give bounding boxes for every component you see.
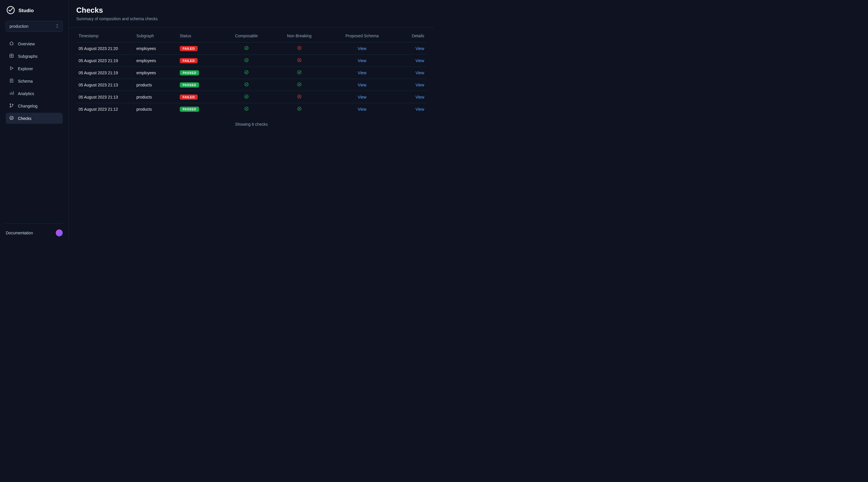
cell-composable xyxy=(221,67,272,79)
col-non-breaking: Non Breaking xyxy=(272,31,327,42)
sidebar-item-label: Explorer xyxy=(18,66,33,71)
check-circle-icon xyxy=(244,58,249,62)
cell-proposed-schema: View xyxy=(327,42,398,55)
selector-chevron-icon xyxy=(56,24,59,29)
details-link[interactable]: View xyxy=(415,70,424,75)
details-link[interactable]: View xyxy=(415,83,424,87)
sidebar-item-overview[interactable]: Overview xyxy=(6,38,63,50)
brand[interactable]: Studio xyxy=(3,5,65,21)
cell-proposed-schema: View xyxy=(327,103,398,115)
svg-point-7 xyxy=(245,46,248,50)
proposed-schema-link[interactable]: View xyxy=(358,107,366,112)
svg-point-18 xyxy=(298,107,301,110)
check-circle-icon xyxy=(297,82,302,87)
status-badge: FAILED xyxy=(180,94,198,100)
page-subtitle: Summary of composition and schema checks xyxy=(76,17,427,21)
cell-details: View xyxy=(398,67,427,79)
document-icon xyxy=(9,78,14,84)
proposed-schema-link[interactable]: View xyxy=(358,83,366,87)
brand-name: Studio xyxy=(19,8,34,13)
main-content: Checks Summary of composition and schema… xyxy=(69,0,434,241)
sidebar-item-analytics[interactable]: Analytics xyxy=(6,88,63,99)
table-row: 05 August 2023 21:19employeesFAILEDViewV… xyxy=(76,55,427,67)
sidebar-item-explorer[interactable]: Explorer xyxy=(6,63,63,74)
table-row: 05 August 2023 21:20employeesFAILEDViewV… xyxy=(76,42,427,55)
col-status: Status xyxy=(178,31,221,42)
page-header: Checks Summary of composition and schema… xyxy=(69,6,434,28)
sidebar: Studio production OverviewSubgraphsExplo… xyxy=(0,0,69,241)
cell-timestamp: 05 August 2023 21:20 xyxy=(76,42,134,55)
svg-point-15 xyxy=(245,95,248,98)
proposed-schema-link[interactable]: View xyxy=(358,46,366,51)
sidebar-item-label: Schema xyxy=(18,79,33,84)
svg-point-12 xyxy=(298,70,301,74)
cell-status: PASSED xyxy=(178,103,221,115)
cell-non-breaking xyxy=(272,103,327,115)
table-header-row: Timestamp Subgraph Status Composable Non… xyxy=(76,31,427,42)
col-timestamp: Timestamp xyxy=(76,31,134,42)
cell-timestamp: 05 August 2023 21:13 xyxy=(76,79,134,91)
cell-composable xyxy=(221,103,272,115)
branch-icon xyxy=(9,103,14,109)
col-composable: Composable xyxy=(221,31,272,42)
svg-point-6 xyxy=(10,116,13,120)
chart-icon xyxy=(9,91,14,96)
svg-point-9 xyxy=(245,58,248,62)
cell-subgraph: employees xyxy=(134,42,178,55)
cell-subgraph: products xyxy=(134,103,178,115)
cell-proposed-schema: View xyxy=(327,91,398,103)
environment-value: production xyxy=(9,24,28,29)
proposed-schema-link[interactable]: View xyxy=(358,70,366,75)
details-link[interactable]: View xyxy=(415,107,424,112)
cell-composable xyxy=(221,55,272,67)
details-link[interactable]: View xyxy=(415,58,424,63)
details-link[interactable]: View xyxy=(415,46,424,51)
cell-subgraph: employees xyxy=(134,55,178,67)
cell-timestamp: 05 August 2023 21:19 xyxy=(76,55,134,67)
svg-point-3 xyxy=(10,104,11,104)
sidebar-item-subgraphs[interactable]: Subgraphs xyxy=(6,51,63,62)
sidebar-item-schema[interactable]: Schema xyxy=(6,76,63,87)
check-circle-icon xyxy=(297,106,302,111)
cell-status: FAILED xyxy=(178,91,221,103)
cell-proposed-schema: View xyxy=(327,67,398,79)
cell-details: View xyxy=(398,103,427,115)
cell-timestamp: 05 August 2023 21:19 xyxy=(76,67,134,79)
documentation-link[interactable]: Documentation xyxy=(6,231,33,235)
table-row: 05 August 2023 21:12productsPASSEDViewVi… xyxy=(76,103,427,115)
environment-selector[interactable]: production xyxy=(6,21,63,32)
check-circle-icon xyxy=(297,70,302,74)
sidebar-item-checks[interactable]: Checks xyxy=(6,113,63,124)
cell-subgraph: employees xyxy=(134,67,178,79)
home-icon xyxy=(9,41,14,47)
cell-composable xyxy=(221,79,272,91)
status-badge: PASSED xyxy=(180,107,199,112)
cell-details: View xyxy=(398,55,427,67)
cell-non-breaking xyxy=(272,55,327,67)
page-title: Checks xyxy=(76,6,427,15)
status-badge: FAILED xyxy=(180,46,198,51)
proposed-schema-link[interactable]: View xyxy=(358,58,366,63)
check-circle-icon xyxy=(244,46,249,50)
cell-composable xyxy=(221,42,272,55)
cell-status: PASSED xyxy=(178,67,221,79)
col-subgraph: Subgraph xyxy=(134,31,178,42)
col-proposed-schema: Proposed Schema xyxy=(327,31,398,42)
sidebar-item-changelog[interactable]: Changelog xyxy=(6,100,63,112)
x-circle-icon xyxy=(297,94,302,99)
svg-point-17 xyxy=(245,107,248,110)
proposed-schema-link[interactable]: View xyxy=(358,95,366,99)
sidebar-item-label: Overview xyxy=(18,41,35,46)
svg-point-5 xyxy=(12,104,13,105)
sidebar-item-label: Checks xyxy=(18,116,31,121)
cell-non-breaking xyxy=(272,91,327,103)
avatar[interactable] xyxy=(56,230,63,236)
logo-icon xyxy=(6,6,15,16)
cell-timestamp: 05 August 2023 21:13 xyxy=(76,91,134,103)
cell-non-breaking xyxy=(272,79,327,91)
table-row: 05 August 2023 21:19employeesPASSEDViewV… xyxy=(76,67,427,79)
cell-proposed-schema: View xyxy=(327,55,398,67)
details-link[interactable]: View xyxy=(415,95,424,99)
cell-timestamp: 05 August 2023 21:12 xyxy=(76,103,134,115)
cell-status: FAILED xyxy=(178,55,221,67)
